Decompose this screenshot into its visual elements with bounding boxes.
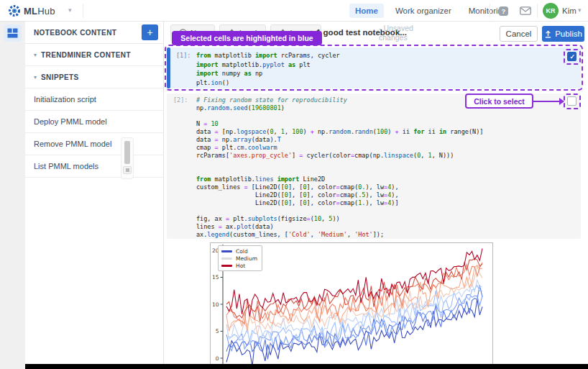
y-tick-label: 5: [216, 328, 219, 334]
mlhub-window: MLHub ▾ HomeWork organizerMonitoring ? K…: [0, 0, 588, 369]
mlhub-gear-logo-icon: [8, 4, 21, 17]
cell-1-prompt: [1]:: [176, 52, 190, 59]
chevron-down-icon: ▾: [34, 74, 37, 81]
code-line: [196, 112, 483, 120]
cell-1-code[interactable]: from matplotlib import rcParams, cycleri…: [196, 51, 340, 87]
cell-2-output-chart: ColdMediumHot 05101520: [210, 242, 493, 369]
code-line: [196, 207, 483, 215]
top-nav: HomeWork organizerMonitoring: [349, 3, 513, 19]
notebook-panel-button[interactable]: [4, 24, 22, 42]
code-line: [196, 168, 483, 176]
cell-2-code[interactable]: # Fixing random state for reproducibilit…: [196, 96, 483, 239]
code-line: custom_lines = [Line2D([0], [0], color=c…: [196, 183, 483, 191]
help-button[interactable]: ?: [497, 5, 510, 17]
code-line: import numpy as np: [196, 69, 340, 78]
mail-button[interactable]: [519, 5, 532, 17]
mlhub-brand[interactable]: MLHub: [8, 3, 55, 19]
scrollbar-button-icon: [126, 168, 129, 172]
publish-button[interactable]: Publish: [542, 26, 584, 42]
topbar-divider: [490, 4, 490, 18]
mail-icon: [520, 6, 531, 15]
sidebar-section-label: TRENDMINER CONTENT: [41, 51, 131, 59]
code-line: Line2D([0], [0], color=cmap(.5), lw=4),: [196, 191, 483, 199]
sidebar-item-deploy-pmml-model[interactable]: Deploy PMML model: [25, 111, 163, 133]
code-line: plt.ion(): [196, 78, 340, 88]
nav-work-organizer[interactable]: Work organizer: [390, 4, 457, 18]
svg-text:?: ?: [501, 7, 505, 15]
left-rail: [0, 22, 25, 369]
add-notebook-content-button[interactable]: +: [142, 24, 158, 40]
user-name[interactable]: Kim: [562, 6, 576, 15]
code-line: data = [np.logspace(0, 1, 100) + np.rand…: [196, 128, 483, 136]
legend-entry-medium: Medium: [221, 255, 257, 262]
sidebar-header: NOTEBOOK CONTENT +: [25, 22, 164, 44]
legend-label: Medium: [236, 255, 257, 262]
code-line: import matplotlib.pyplot as plt: [196, 60, 340, 70]
code-line: N = 10: [196, 120, 483, 128]
sidebar-item-remove-pmml-model[interactable]: Remove PMML model: [25, 133, 163, 155]
chart-series-7: [226, 263, 482, 324]
chart-legend: ColdMediumHot: [218, 245, 262, 271]
layout-grid-icon: [7, 28, 18, 38]
code-line: ax.legend(custom_lines, ['Cold', 'Medium…: [196, 231, 483, 239]
click-to-select-callout: Click to select: [465, 94, 533, 109]
sidebar-scrollbar[interactable]: [121, 137, 134, 179]
help-icon: ?: [498, 6, 509, 17]
legend-label: Cold: [236, 248, 248, 255]
scrollbar-thumb[interactable]: [124, 141, 130, 164]
sidebar-item-label: Remove PMML model: [34, 140, 111, 148]
sidebar-item-label: Initialization script: [34, 95, 96, 104]
legend-label: Hot: [236, 263, 245, 269]
brand-name: MLHub: [24, 6, 55, 17]
code-line: cmap = plt.cm.coolwarm: [196, 144, 483, 152]
cell-2-checkbox[interactable]: [567, 96, 576, 106]
y-tick-label: 0: [216, 355, 219, 362]
user-dropdown-chevron-icon[interactable]: ▾: [578, 6, 582, 14]
nav-home[interactable]: Home: [349, 4, 384, 18]
sidebar-section-label: SNIPPETS: [41, 73, 79, 81]
y-tick-label: 10: [212, 301, 219, 308]
topbar-divider: [537, 4, 538, 18]
topbar-divider: [83, 4, 83, 18]
code-line: fig, ax = plt.subplots(figsize=(10, 5)): [196, 215, 483, 223]
code-line: Line2D([0], [0], color=cmap(1.), lw=4)]: [196, 199, 483, 207]
sidebar-section-trendminer-content[interactable]: ▾TRENDMINER CONTENT: [25, 44, 163, 66]
sidebar-item-label: List PMML models: [34, 162, 98, 170]
y-tick-label: 15: [212, 274, 219, 281]
cell-1-checkbox[interactable]: [567, 52, 576, 61]
callout-arrowhead-icon: [559, 98, 564, 105]
sidebar-section-snippets[interactable]: ▾SNIPPETS: [25, 66, 163, 88]
sidebar-item-initialization-script[interactable]: Initialization script: [25, 88, 163, 111]
selected-cell-bar: [167, 47, 170, 88]
sidebar-panel-title: NOTEBOOK CONTENT: [34, 29, 116, 37]
selected-cells-callout: Selected cells are highlighted in blue: [172, 31, 322, 45]
unsaved-status: - Unsaved changes: [379, 24, 423, 42]
code-line: np.random.seed(19680801): [196, 104, 483, 112]
code-cell-1[interactable]: [1]: from matplotlib import rcParams, cy…: [167, 47, 581, 88]
code-line: from matplotlib.lines import Line2D: [196, 176, 483, 183]
code-cell-2[interactable]: [2]: # Fixing random state for reproduci…: [167, 94, 581, 239]
cancel-button[interactable]: Cancel: [500, 26, 538, 42]
code-line: data = np.array(data).T: [196, 136, 483, 144]
chevron-down-icon: ▾: [34, 52, 37, 58]
legend-line-swatch: [221, 258, 232, 260]
legend-line-swatch: [221, 265, 232, 267]
sidebar-list: ▾TRENDMINER CONTENT▾SNIPPETSInitializati…: [25, 44, 164, 369]
callout-arrow: [533, 101, 561, 102]
legend-entry-cold: Cold: [221, 247, 257, 255]
cell-2-prompt: [2]:: [173, 96, 188, 104]
code-line: from matplotlib import rcParams, cycler: [196, 51, 340, 60]
legend-line-swatch: [221, 250, 232, 252]
code-line: [196, 160, 483, 168]
code-line: lines = ax.plot(data): [196, 223, 483, 231]
publish-upload-icon: [544, 30, 552, 38]
legend-entry-hot: Hot: [221, 262, 257, 269]
scrollbar-button[interactable]: [123, 166, 132, 174]
code-line: rcParams['axes.prop_cycle'] = cycler(col…: [196, 152, 483, 160]
brand-dropdown-chevron-icon[interactable]: ▾: [68, 6, 72, 14]
notebook-main-panel: NewLoadImport 1 good test notebook... - …: [165, 22, 588, 369]
publish-label: Publish: [555, 29, 582, 38]
sidebar-item-list-pmml-models[interactable]: List PMML models: [25, 155, 163, 178]
user-avatar[interactable]: KR: [543, 3, 559, 19]
code-line: # Fixing random state for reproducibilit…: [196, 96, 483, 104]
